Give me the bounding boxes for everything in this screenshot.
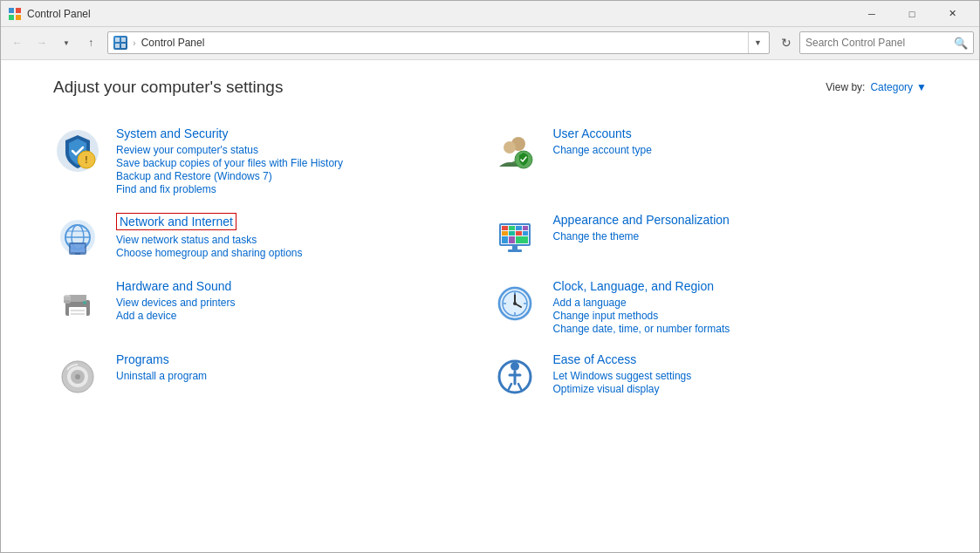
icon-hardware-sound [53,279,102,328]
category-system-security: ! System and Security Review your comput… [53,118,490,204]
svg-rect-33 [502,236,508,243]
link-backup-restore[interactable]: Backup and Restore (Windows 7) [116,170,490,182]
titlebar: Control Panel ─ □ ✕ [1,1,979,27]
link-change-date-time[interactable]: Change date, time, or number formats [553,323,928,335]
category-ease-access-title[interactable]: Ease of Access [553,352,637,366]
chevron-down-icon: ▼ [916,81,927,93]
category-programs: Programs Uninstall a program [53,344,490,410]
address-separator: › [133,38,136,48]
svg-point-46 [64,300,71,304]
category-hardware-sound: Hardware and Sound View devices and prin… [53,270,490,344]
svg-rect-41 [71,310,85,311]
close-button[interactable]: ✕ [932,1,972,27]
link-uninstall-program[interactable]: Uninstall a program [116,370,490,382]
category-appearance: Appearance and Personalization Change th… [490,204,928,270]
link-find-fix[interactable]: Find and fix problems [116,183,490,195]
recent-button[interactable]: ▼ [55,31,78,54]
forward-button[interactable]: → [31,31,53,54]
category-user-accounts: User Accounts Change account type [490,118,928,204]
category-user-accounts-content: User Accounts Change account type [553,126,928,156]
view-by-value: Category [870,81,913,93]
category-ease-access: Ease of Access Let Windows suggest setti… [490,344,928,410]
category-appearance-title[interactable]: Appearance and Personalization [553,213,730,227]
search-input[interactable] [805,37,950,49]
link-change-theme[interactable]: Change the theme [553,230,928,242]
svg-point-43 [83,301,86,304]
svg-rect-4 [115,38,120,42]
svg-rect-36 [512,246,517,249]
view-by-label: View by: [826,81,865,93]
titlebar-controls: ─ □ ✕ [852,1,972,27]
svg-rect-7 [121,44,126,48]
address-dropdown[interactable]: ▼ [748,32,764,53]
svg-rect-6 [115,44,120,48]
category-user-accounts-title[interactable]: User Accounts [553,126,632,140]
icon-clock-language [490,279,539,328]
svg-rect-35 [516,236,528,243]
category-clock-language: Clock, Language, and Region Add a langua… [490,270,928,344]
svg-rect-40 [69,307,86,317]
window: Control Panel ─ □ ✕ ← → ▼ ↑ › Control Pa… [0,0,980,553]
svg-rect-31 [516,231,522,236]
refresh-button[interactable]: ↻ [775,31,798,54]
page-header: Adjust your computer's settings View by:… [53,78,927,97]
link-review-computer-status[interactable]: Review your computer's status [116,144,490,156]
link-windows-suggest[interactable]: Let Windows suggest settings [553,370,928,382]
category-network-internet-content: Network and Internet View network status… [116,213,490,259]
link-add-device[interactable]: Add a device [116,310,490,322]
link-homegroup[interactable]: Choose homegroup and sharing options [116,247,490,259]
svg-rect-0 [9,8,14,13]
address-bar[interactable]: › Control Panel ▼ [107,31,770,54]
link-change-input-methods[interactable]: Change input methods [553,310,928,322]
category-network-internet-title[interactable]: Network and Internet [116,213,236,230]
category-programs-title[interactable]: Programs [116,352,169,366]
category-appearance-content: Appearance and Personalization Change th… [553,213,928,242]
maximize-button[interactable]: □ [892,1,932,27]
link-save-backup[interactable]: Save backup copies of your files with Fi… [116,157,490,169]
minimize-button[interactable]: ─ [852,1,892,27]
titlebar-app-icon [8,7,22,21]
link-optimize-visual[interactable]: Optimize visual display [553,383,928,395]
link-change-account-type[interactable]: Change account type [553,144,928,156]
icon-network-internet [53,213,102,262]
svg-point-60 [75,374,80,379]
category-ease-access-content: Ease of Access Let Windows suggest setti… [553,352,928,395]
svg-rect-1 [16,8,21,13]
search-box[interactable]: 🔍 [799,31,974,54]
category-hardware-sound-title[interactable]: Hardware and Sound [116,279,231,293]
svg-rect-32 [523,231,528,236]
address-text: Control Panel [141,37,739,49]
category-system-security-content: System and Security Review your computer… [116,126,490,195]
svg-rect-39 [69,295,86,302]
svg-rect-30 [509,231,515,236]
svg-rect-29 [502,231,508,236]
category-clock-language-content: Clock, Language, and Region Add a langua… [553,279,928,335]
svg-point-52 [513,302,517,305]
search-button[interactable]: 🔍 [954,37,968,50]
svg-rect-2 [9,15,14,20]
svg-point-12 [504,141,516,154]
svg-rect-28 [523,226,528,230]
view-by-control: View by: Category ▼ [826,81,927,93]
svg-rect-42 [71,313,85,315]
categories-grid: ! System and Security Review your comput… [53,118,927,410]
icon-ease-access [490,352,539,401]
link-view-network-status[interactable]: View network status and tasks [116,234,490,246]
up-button[interactable]: ↑ [79,31,102,54]
icon-user-accounts [490,126,539,175]
icon-system-security: ! [53,126,102,175]
back-button[interactable]: ← [6,31,29,54]
svg-rect-22 [75,253,80,255]
svg-rect-34 [509,236,515,243]
address-bar-icon [113,36,127,50]
category-system-security-title[interactable]: System and Security [116,126,228,140]
link-view-devices-printers[interactable]: View devices and printers [116,297,490,309]
category-clock-language-title[interactable]: Clock, Language, and Region [553,279,714,293]
view-by-dropdown[interactable]: Category ▼ [870,81,927,93]
svg-rect-3 [16,15,21,20]
category-hardware-sound-content: Hardware and Sound View devices and prin… [116,279,490,322]
svg-rect-21 [71,244,85,252]
main-content: Adjust your computer's settings View by:… [1,60,979,552]
link-add-language[interactable]: Add a language [553,297,928,309]
svg-rect-5 [121,38,126,42]
